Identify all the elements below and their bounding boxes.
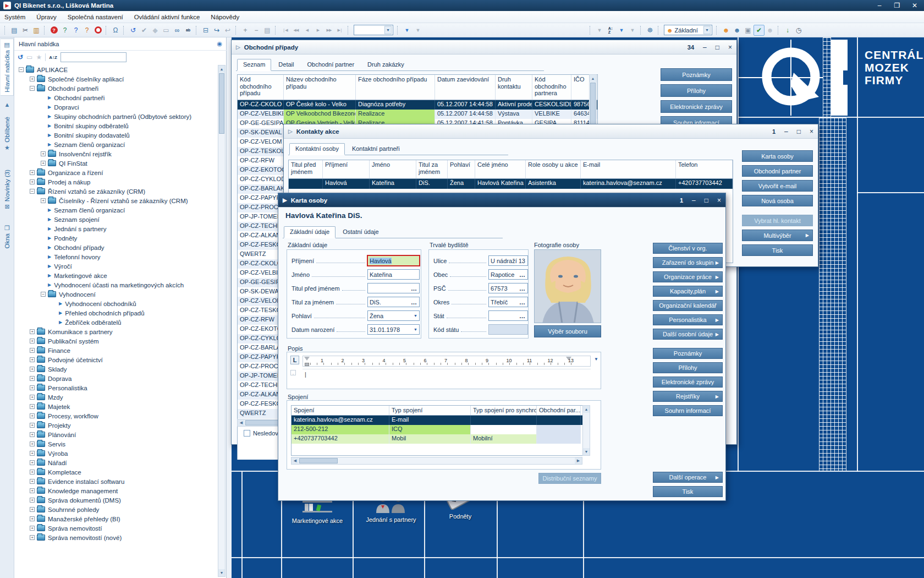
panel-view-icon[interactable]: ▭ <box>26 53 32 61</box>
minimize-button[interactable]: – <box>784 128 788 135</box>
tree-item-spole-n-seln-ky-aplikac-[interactable]: +Společné číselníky aplikací <box>14 74 218 84</box>
popis-textarea[interactable]: | <box>302 369 591 385</box>
tree-expand-icon[interactable]: + <box>30 170 35 175</box>
tree-item-mana-ersk-p-ehledy-bi-[interactable]: +Manažerské přehledy (BI) <box>14 514 218 524</box>
za-azen-do-skupin-button[interactable]: Zařazení do skupin▶ <box>653 257 723 268</box>
tree-item-obchodn-partne-i[interactable]: ▶Obchodní partneři <box>14 93 218 102</box>
gear-icon[interactable]: ☸ <box>645 25 656 36</box>
tree-item-procesy-workflow[interactable]: +Procesy, workflow <box>14 411 218 421</box>
person-window-titlebar[interactable]: ▶ Karta osoby 1 – □ × <box>278 193 725 208</box>
scroll-up-icon[interactable]: ▲ <box>583 406 590 413</box>
okres-field[interactable]: Třebíč… <box>488 297 528 307</box>
cases-tab-3[interactable]: Druh zakázky <box>361 59 410 70</box>
tree-expand-icon[interactable]: + <box>30 441 35 446</box>
obchodn-partner-button[interactable]: Obchodní partner <box>742 165 813 177</box>
nav-next2-icon[interactable]: ▶▶ <box>323 25 334 36</box>
contacts-window-titlebar[interactable]: ▷ Kontakty akce 1 – □ × <box>284 124 818 139</box>
tree-item-bonitn-skupiny-odb-ratel-[interactable]: ▶Bonitní skupiny odběratelů <box>14 121 218 130</box>
tree-expand-icon[interactable]: + <box>30 329 35 334</box>
tree-item-souhrnn-pohledy[interactable]: +Souhrnné pohledy <box>14 505 218 514</box>
filter-combo[interactable]: ▼ <box>354 25 393 35</box>
column-header[interactable]: Titul za jménem <box>416 160 448 178</box>
minimize-button[interactable]: – <box>692 197 696 204</box>
dal-operace-button[interactable]: Další operace▶ <box>653 472 723 483</box>
column-header[interactable]: E-mail <box>581 160 676 178</box>
chevron-down-icon[interactable]: ▼ <box>703 26 711 34</box>
tree-expand-icon[interactable]: + <box>30 526 35 531</box>
toolbar-grip-handle[interactable] <box>4 26 7 35</box>
tree-expand-icon[interactable]: + <box>30 385 35 390</box>
tree-item-vyhodnocen-asti-na-marketingov-ch-akc-ch[interactable]: ▶Vyhodnocení účasti na marketingových ak… <box>14 280 218 290</box>
menu-item-spole-n-nastaven-[interactable]: Společná nastavení <box>68 14 123 20</box>
tree-expand-icon[interactable]: − <box>19 67 24 72</box>
chevron-down-icon[interactable]: ▼ <box>414 314 417 318</box>
column-header[interactable]: IČO <box>571 75 590 100</box>
paste-icon[interactable]: ▥ <box>31 25 42 36</box>
tree-item-finance[interactable]: +Finance <box>14 346 218 355</box>
table-row[interactable]: katerina.havlova@seznam.czE-mail <box>292 416 590 425</box>
tree-expand-icon[interactable]: − <box>30 86 35 91</box>
tab-stop-selector[interactable]: L <box>290 356 299 364</box>
pohlav--field[interactable]: Žena▼ <box>367 310 420 321</box>
funnel-x-icon[interactable]: ▼ <box>627 25 638 36</box>
tisk-button[interactable]: Tisk <box>742 244 813 256</box>
tree-item-p-ehled-obchodn-ch-p-pad-[interactable]: ▶Přehled obchodních případů <box>14 308 218 318</box>
column-header[interactable]: Kód obchodního případu <box>238 75 284 100</box>
nav-first-icon[interactable]: ❘◀ <box>279 25 290 36</box>
column-header[interactable]: Kód obchodního partnera <box>532 75 571 100</box>
tree-item-skupiny-obchodn-ch-partner-odbytov-sekto[interactable]: ▶Skupiny obchodních partnerů (Odbytové s… <box>14 112 218 121</box>
favorite-star-icon[interactable]: ★ <box>36 53 42 61</box>
scroll-down-icon[interactable]: ▼ <box>583 448 590 455</box>
tree-item-prodej-a-n-kup[interactable]: +Prodej a nákup <box>14 177 218 187</box>
dock-tab-hlavni-nabidka[interactable]: ▤ Hlavní nabídka <box>1 39 14 96</box>
bell-icon[interactable]: Ω <box>110 25 121 36</box>
menu-item-ovl-d-n-aktivn-funkce[interactable]: Ovládání aktivní funkce <box>134 14 200 20</box>
tree-item-jedn-n-s-partnery[interactable]: ▶Jednání s partnery <box>14 224 218 233</box>
column-header[interactable]: Pohlaví <box>448 160 475 178</box>
column-header[interactable]: Obchodní par... <box>537 406 581 415</box>
indent-marker[interactable] <box>304 357 310 361</box>
minus-icon[interactable]: − <box>251 25 262 36</box>
toolbar-grip-handle[interactable] <box>716 26 718 35</box>
tree-item-publika-n-syst-m[interactable]: +Publikační systém <box>14 336 218 346</box>
export-icon[interactable]: ↪ <box>211 25 222 36</box>
tree-expand-icon[interactable]: + <box>41 151 46 156</box>
table-row[interactable]: OP-CZ-CKOLOOP České kolo - VelkoDiagnóza… <box>238 100 597 110</box>
tree-expand-icon[interactable]: + <box>30 451 35 456</box>
funnel-x-icon[interactable]: ▼ <box>413 25 424 36</box>
personalistika-button[interactable]: Personalistika▶ <box>653 314 723 325</box>
elektronick-zpr-vy-button[interactable]: Elektronické zprávy <box>661 100 732 113</box>
column-header[interactable]: Druh kontaktu <box>496 75 532 100</box>
tree-expand-icon[interactable]: + <box>30 404 35 409</box>
help-blue-icon[interactable]: ? <box>70 25 81 36</box>
column-header[interactable]: Typ spojení <box>389 406 471 415</box>
ruler-dropdown-icon[interactable]: ▼ <box>594 357 598 362</box>
contacts-tab-0[interactable]: Kontaktní osoby <box>289 143 345 155</box>
multiv-b-r-button[interactable]: Multivýběr▶ <box>742 230 813 241</box>
check-green-icon[interactable]: ✔ <box>754 25 765 36</box>
app-minimize-button[interactable]: – <box>873 2 886 9</box>
menu-item-n-pov-dy[interactable]: Nápovědy <box>211 14 239 20</box>
scroll-left-icon[interactable]: ◀ <box>292 457 299 464</box>
tree-expand-icon[interactable]: + <box>30 470 35 475</box>
lifebuoy-icon[interactable] <box>92 25 103 36</box>
pozn-mky-button[interactable]: Poznámky <box>653 348 723 359</box>
column-header[interactable]: Typ spojení pro synchronizaci <box>471 406 537 415</box>
person-help-icon[interactable]: ? <box>81 25 92 36</box>
elektronick-zpr-vy-button[interactable]: Elektronické zprávy <box>653 377 723 388</box>
check-icon[interactable]: ✔ <box>139 25 150 36</box>
person-icon[interactable]: ☻ <box>721 25 732 36</box>
tree-item-pl-nov-n-[interactable]: +Plánování <box>14 430 218 439</box>
column-header[interactable]: Spojení <box>292 406 389 415</box>
nov-osoba-button[interactable]: Nová osoba <box>742 195 813 206</box>
titul-p-ed-jm-nem-field[interactable]: … <box>367 283 420 293</box>
spojeni-hscrollbar[interactable]: ◀ ▶ <box>291 457 582 465</box>
help-red-icon[interactable]: ? <box>48 25 59 36</box>
tree-item-mzdy[interactable]: +Mzdy <box>14 392 218 402</box>
p-lohy-button[interactable]: Přílohy <box>661 84 732 97</box>
tree-item-servis[interactable]: +Servis <box>14 439 218 449</box>
diamond-icon[interactable]: ◆ <box>150 25 161 36</box>
tree-expand-icon[interactable]: + <box>30 488 35 493</box>
tree-expand-icon[interactable]: + <box>30 376 35 381</box>
ellipsis-button[interactable]: … <box>519 285 526 292</box>
